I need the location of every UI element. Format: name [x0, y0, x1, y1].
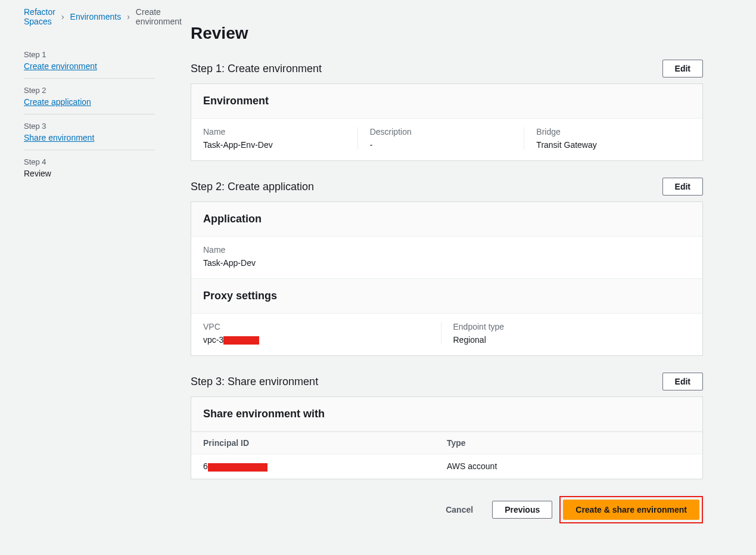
- section-heading-step2: Step 2: Create application: [191, 181, 314, 193]
- breadcrumb-current: Create environment: [136, 7, 182, 26]
- label-vpc: VPC: [203, 322, 429, 331]
- previous-button[interactable]: Previous: [492, 501, 552, 519]
- value-env-description: -: [370, 140, 512, 150]
- panel-title-environment: Environment: [191, 84, 702, 119]
- value-endpoint-type: Regional: [453, 335, 679, 345]
- edit-step1-button[interactable]: Edit: [662, 60, 703, 77]
- value-env-name: Task-App-Env-Dev: [203, 140, 346, 150]
- cancel-button[interactable]: Cancel: [434, 500, 485, 519]
- chevron-right-icon: ›: [127, 12, 130, 21]
- value-vpc: vpc-3: [203, 335, 429, 345]
- step-link-create-application[interactable]: Create application: [24, 97, 155, 107]
- col-principal-id: Principal ID: [203, 438, 447, 448]
- step-number: Step 1: [24, 50, 155, 59]
- application-panel: Application Name Task-App-Dev Proxy sett…: [191, 201, 703, 356]
- wizard-step-2: Step 2 Create application: [24, 79, 155, 114]
- step-link-create-environment[interactable]: Create environment: [24, 61, 155, 71]
- cell-type: AWS account: [447, 461, 690, 471]
- cell-principal-id: 6: [203, 461, 447, 471]
- breadcrumb: Refactor Spaces › Environments › Create …: [24, 7, 155, 26]
- label-env-description: Description: [370, 127, 512, 137]
- value-env-bridge: Transit Gateway: [536, 140, 679, 150]
- panel-title-share: Share environment with: [191, 397, 702, 432]
- step-number: Step 3: [24, 122, 155, 131]
- section-heading-step3: Step 3: Share environment: [191, 376, 318, 388]
- chevron-right-icon: ›: [61, 12, 64, 21]
- highlight-box: Create & share environment: [559, 496, 703, 523]
- step-number: Step 4: [24, 157, 155, 166]
- step-link-share-environment[interactable]: Share environment: [24, 133, 155, 142]
- table-header: Principal ID Type: [191, 432, 702, 454]
- label-env-name: Name: [203, 127, 346, 137]
- vpc-prefix: vpc-3: [203, 335, 223, 345]
- principal-prefix: 6: [203, 461, 208, 471]
- create-share-environment-button[interactable]: Create & share environment: [563, 500, 699, 520]
- section-heading-step1: Step 1: Create environment: [191, 63, 322, 75]
- redacted-principal-id: [208, 463, 267, 472]
- table-row: 6 AWS account: [191, 454, 702, 478]
- wizard-footer: Cancel Previous Create & share environme…: [191, 496, 703, 523]
- breadcrumb-environments[interactable]: Environments: [70, 12, 122, 21]
- step-number: Step 2: [24, 86, 155, 95]
- label-endpoint-type: Endpoint type: [453, 322, 679, 331]
- value-app-name: Task-App-Dev: [203, 258, 679, 268]
- redacted-vpc-id: [223, 336, 259, 345]
- label-env-bridge: Bridge: [536, 127, 679, 137]
- environment-panel: Environment Name Task-App-Env-Dev Descri…: [191, 83, 703, 161]
- edit-step2-button[interactable]: Edit: [662, 178, 703, 196]
- share-panel: Share environment with Principal ID Type…: [191, 396, 703, 479]
- panel-title-application: Application: [191, 202, 702, 237]
- wizard-step-1: Step 1 Create environment: [24, 43, 155, 79]
- share-table: Principal ID Type 6 AWS account: [191, 432, 702, 478]
- edit-step3-button[interactable]: Edit: [662, 373, 703, 390]
- breadcrumb-root[interactable]: Refactor Spaces: [24, 7, 55, 26]
- wizard-steps: Step 1 Create environment Step 2 Create …: [24, 43, 155, 185]
- wizard-step-4: Step 4 Review: [24, 150, 155, 185]
- panel-title-proxy: Proxy settings: [191, 278, 702, 314]
- label-app-name: Name: [203, 245, 679, 255]
- step-current-review: Review: [24, 169, 155, 178]
- wizard-step-3: Step 3 Share environment: [24, 114, 155, 150]
- page-title: Review: [191, 24, 703, 43]
- col-type: Type: [447, 438, 690, 448]
